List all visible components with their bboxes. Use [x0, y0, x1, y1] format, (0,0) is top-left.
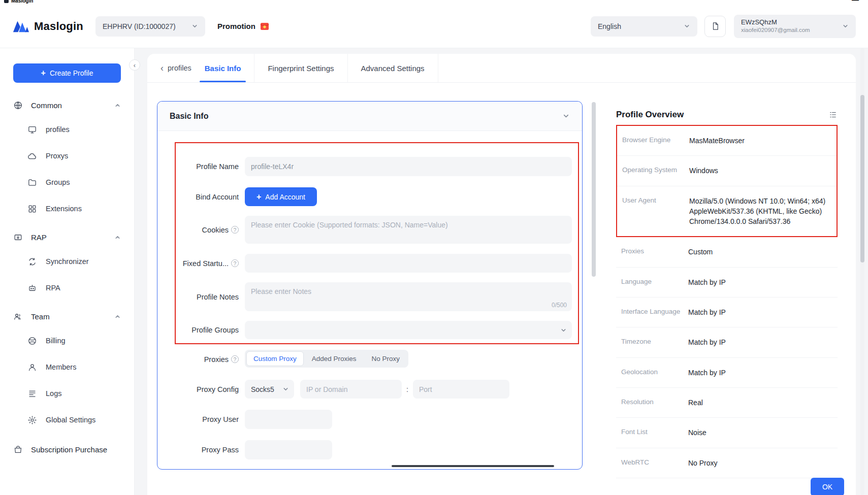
sidebar-item-extensions[interactable]: Extensions — [0, 195, 134, 222]
sidebar-item-subscription-purchase[interactable]: Subscription Purchase — [0, 438, 134, 460]
cloud-icon — [27, 151, 37, 161]
port-input[interactable] — [413, 380, 509, 399]
globe-icon — [13, 101, 23, 110]
proxy-pass-input[interactable] — [245, 440, 332, 459]
overview-value: Match by IP — [688, 277, 832, 287]
question-icon[interactable]: ? — [231, 226, 239, 234]
gear-icon — [27, 415, 37, 425]
overview-label: User Agent — [622, 196, 689, 204]
overview-title: Profile Overview — [616, 110, 684, 120]
language-label: English — [598, 22, 621, 30]
chevron-down-icon — [842, 23, 849, 29]
profile-notes-label: Profile Notes — [160, 282, 239, 311]
sidebar-item-profiles[interactable]: profiles — [0, 116, 134, 143]
profile-name-input[interactable] — [245, 157, 572, 176]
overview-label: Browser Engine — [622, 136, 689, 144]
window-title: Maslogin — [4, 0, 33, 4]
sync-icon — [27, 257, 37, 267]
profile-groups-select[interactable] — [245, 321, 572, 339]
basic-info-panel-header[interactable]: Basic Info — [157, 102, 582, 131]
brand: Maslogin — [12, 20, 83, 33]
fixed-startup-input[interactable] — [245, 254, 572, 273]
chevron-down-icon[interactable] — [562, 112, 570, 120]
overview-value: Windows — [689, 166, 831, 176]
workspace-selector[interactable]: EHPHRV (ID:1000027) — [95, 16, 205, 37]
sidebar-item-members[interactable]: Members — [0, 354, 134, 380]
sidebar-item-synchronizer[interactable]: Synchronizer — [0, 248, 134, 275]
billing-icon — [27, 336, 37, 346]
proxy-user-input[interactable] — [245, 410, 332, 429]
proxy-config-label: Proxy Config — [160, 380, 239, 399]
create-profile-button[interactable]: + Create Profile — [13, 63, 121, 83]
back-to-profiles[interactable]: ‹ profiles — [160, 63, 191, 73]
member-icon — [27, 362, 37, 372]
segment-option-custom-proxy[interactable]: Custom Proxy — [246, 351, 304, 366]
proxy-pass-label: Proxy Pass — [160, 440, 239, 459]
sidebar-item-groups[interactable]: Groups — [0, 169, 134, 195]
user-info: EWzSQhzM xiaofei020907@gmail.com — [741, 18, 810, 34]
sidebar-section-common[interactable]: Common — [0, 94, 134, 116]
proxy-user-label: Proxy User — [160, 410, 239, 429]
overview-row: Interface Language Match by IP — [616, 298, 838, 327]
sidebar-item-rpa[interactable]: RPA — [0, 275, 134, 301]
minimize-button[interactable]: — — [852, 0, 859, 4]
sidebar-section-rap[interactable]: RAP — [0, 226, 134, 248]
ip-input[interactable] — [300, 380, 402, 399]
user-menu[interactable]: EWzSQhzM xiaofei020907@gmail.com — [734, 15, 856, 38]
user-name: EWzSQhzM — [741, 18, 810, 26]
segment-option-added-proxies[interactable]: Added Proxies — [305, 351, 364, 366]
overview-value: Match by IP — [688, 368, 832, 378]
overview-row: Geolocation Match by IP — [616, 358, 838, 388]
promotion-label: Promotion — [217, 22, 255, 30]
window-titlebar: Maslogin — — [0, 0, 868, 5]
monitor-icon — [27, 125, 37, 135]
horizontal-scrollbar[interactable] — [392, 465, 554, 467]
document-button[interactable] — [704, 16, 726, 37]
overview-settings-icon[interactable] — [828, 110, 838, 119]
sidebar-item-proxys[interactable]: Proxys — [0, 143, 134, 169]
workspace-label: EHPHRV (ID:1000027) — [103, 22, 176, 30]
cookies-textarea[interactable] — [245, 216, 572, 244]
overview-value: MasMateBrowser — [689, 136, 831, 146]
segment-option-no-proxy[interactable]: No Proxy — [365, 351, 407, 366]
sidebar-item-logs[interactable]: Logs — [0, 380, 134, 407]
sidebar-item-global-settings[interactable]: Global Settings — [0, 407, 134, 433]
tab-basic-info[interactable]: Basic Info — [191, 54, 255, 82]
language-selector[interactable]: English — [591, 16, 697, 37]
colon-separator: : — [405, 380, 410, 399]
sidebar-section-team[interactable]: Team — [0, 305, 134, 327]
page-scrollbar-track — [860, 48, 864, 495]
vertical-scrollbar[interactable] — [592, 102, 596, 277]
team-icon — [13, 312, 23, 321]
overview-label: Language — [621, 277, 688, 285]
profile-notes-textarea[interactable] — [245, 282, 572, 311]
document-icon — [711, 21, 720, 31]
chevron-up-icon — [114, 234, 121, 241]
tab-bar: ‹ profiles Basic Info Fingerprint Settin… — [147, 54, 856, 83]
rpa-icon — [27, 283, 37, 293]
add-account-button[interactable]: + Add Account — [245, 187, 317, 206]
overview-label: Operating System — [622, 166, 689, 174]
question-icon[interactable]: ? — [231, 355, 239, 363]
overview-label: Timezone — [621, 337, 688, 345]
protocol-select[interactable]: Socks5 — [245, 380, 294, 399]
plus-icon: + — [41, 69, 46, 77]
sidebar-item-billing[interactable]: Billing — [0, 327, 134, 354]
proxies-label: Proxies? — [160, 350, 239, 369]
tab-advanced-settings[interactable]: Advanced Settings — [348, 54, 438, 82]
overview-value: No Proxy — [688, 458, 832, 468]
panel-title: Basic Info — [170, 112, 208, 121]
overview-row: Resolution Real — [616, 388, 838, 418]
profile-overview-panel: Profile Overview Browser Engine MasMateB… — [616, 110, 838, 478]
cookies-label: Cookies? — [160, 216, 239, 244]
ok-button[interactable]: OK — [811, 478, 844, 495]
tab-fingerprint-settings[interactable]: Fingerprint Settings — [254, 54, 347, 82]
promotion-link[interactable]: Promotion — [217, 21, 270, 31]
fixed-startup-label: Fixed Startu...? — [160, 254, 239, 273]
question-icon[interactable]: ? — [231, 259, 239, 267]
top-header: Maslogin EHPHRV (ID:1000027) Promotion E… — [0, 5, 868, 48]
sidebar-collapse-button[interactable]: ‹ — [129, 59, 140, 71]
page-scrollbar[interactable] — [860, 95, 864, 262]
bag-icon — [13, 445, 23, 454]
chevron-up-icon — [114, 313, 121, 320]
